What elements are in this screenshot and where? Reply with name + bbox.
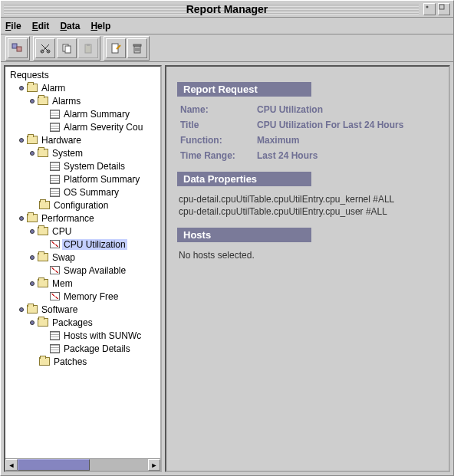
title-label: Title bbox=[180, 120, 257, 130]
tree-folder-system[interactable]: System bbox=[30, 146, 160, 159]
tree-folder-patches[interactable]: Patches bbox=[30, 355, 160, 368]
new-report-icon bbox=[11, 41, 25, 55]
svg-rect-2 bbox=[12, 44, 17, 48]
function-label: Function: bbox=[180, 135, 257, 146]
scrollbar-thumb[interactable] bbox=[18, 459, 90, 471]
svg-rect-7 bbox=[65, 46, 71, 53]
svg-rect-9 bbox=[87, 44, 90, 46]
tree-item-system-details[interactable]: System Details bbox=[41, 159, 160, 172]
minimize-button[interactable] bbox=[423, 3, 436, 15]
content-area: Requests Alarm bbox=[1, 62, 453, 475]
folder-icon bbox=[27, 84, 38, 92]
tree-item-swap-available[interactable]: Swap Available bbox=[41, 264, 160, 277]
tree-item-alarm-severity[interactable]: Alarm Severity Cou bbox=[41, 120, 160, 133]
svg-rect-12 bbox=[133, 44, 141, 46]
tree-folder-hardware[interactable]: Hardware bbox=[19, 133, 160, 146]
function-value: Maximum bbox=[257, 135, 299, 146]
tree-folder-mem[interactable]: Mem bbox=[30, 277, 160, 290]
expand-toggle-icon[interactable] bbox=[30, 281, 35, 286]
menu-edit[interactable]: Edit bbox=[32, 21, 50, 31]
trash-icon bbox=[131, 42, 143, 54]
data-property-item: cpu-detail.cpuUtilTable.cpuUtilEntry.cpu… bbox=[179, 194, 438, 205]
report-icon bbox=[50, 331, 60, 340]
tree-item-alarm-summary[interactable]: Alarm Summary bbox=[41, 107, 160, 120]
folder-icon bbox=[27, 214, 38, 222]
copy-button[interactable] bbox=[57, 38, 77, 58]
tree: Requests Alarm bbox=[5, 67, 160, 458]
svg-point-0 bbox=[426, 5, 429, 8]
tree-folder-configuration[interactable]: Configuration bbox=[30, 199, 160, 212]
report-manager-window: Report Manager File Edit Data Help bbox=[0, 0, 454, 476]
toolbar bbox=[1, 34, 453, 62]
timerange-label: Time Range: bbox=[180, 150, 257, 161]
scroll-right-button[interactable]: ► bbox=[148, 459, 160, 471]
cut-button[interactable] bbox=[35, 38, 55, 58]
timerange-value: Last 24 Hours bbox=[257, 150, 317, 161]
paste-icon bbox=[82, 42, 94, 54]
hosts-header: Hosts bbox=[177, 228, 311, 242]
folder-icon bbox=[27, 136, 38, 144]
chart-icon bbox=[50, 292, 60, 300]
menu-data[interactable]: Data bbox=[60, 21, 80, 31]
scrollbar-track[interactable] bbox=[18, 459, 148, 471]
expand-toggle-icon[interactable] bbox=[19, 307, 24, 312]
tree-root-requests[interactable]: Requests bbox=[8, 68, 160, 81]
expand-toggle-icon[interactable] bbox=[19, 138, 24, 143]
scissors-icon bbox=[39, 42, 51, 54]
expand-toggle-icon[interactable] bbox=[19, 216, 24, 221]
tree-item-platform-summary[interactable]: Platform Summary bbox=[41, 172, 160, 185]
menu-file[interactable]: File bbox=[5, 21, 21, 31]
tree-item-memory-free[interactable]: Memory Free bbox=[41, 290, 160, 303]
titlebar[interactable]: Report Manager bbox=[1, 1, 453, 18]
name-value: CPU Utilization bbox=[257, 104, 323, 115]
tree-folder-performance[interactable]: Performance bbox=[19, 212, 160, 225]
edit-button[interactable] bbox=[106, 38, 126, 58]
report-icon bbox=[50, 175, 60, 184]
svg-rect-1 bbox=[439, 5, 444, 9]
expand-toggle-icon[interactable] bbox=[30, 320, 35, 325]
folder-icon bbox=[39, 201, 50, 209]
tree-folder-alarm[interactable]: Alarm bbox=[19, 81, 160, 94]
tree-panel: Requests Alarm bbox=[4, 65, 162, 472]
tree-horizontal-scrollbar[interactable]: ◄ ► bbox=[5, 458, 160, 471]
delete-button[interactable] bbox=[127, 38, 147, 58]
tree-folder-software[interactable]: Software bbox=[19, 303, 160, 316]
report-icon bbox=[50, 162, 60, 171]
chart-icon bbox=[50, 240, 60, 248]
titlebar-grip[interactable] bbox=[4, 4, 419, 15]
chart-icon bbox=[50, 266, 60, 274]
report-icon bbox=[50, 110, 60, 119]
expand-toggle-icon[interactable] bbox=[30, 151, 35, 156]
tree-item-cpu-utilization[interactable]: CPU Utilization bbox=[41, 238, 160, 251]
report-icon bbox=[50, 344, 60, 353]
hosts-text: No hosts selected. bbox=[179, 250, 438, 261]
data-property-item: cpu-detail.cpuUtilTable.cpuUtilEntry.cpu… bbox=[179, 206, 438, 217]
new-report-button[interactable] bbox=[8, 38, 28, 58]
folder-icon bbox=[38, 149, 48, 157]
edit-icon bbox=[110, 42, 122, 54]
minimize-icon bbox=[424, 4, 430, 10]
menu-help[interactable]: Help bbox=[90, 21, 110, 31]
expand-toggle-icon[interactable] bbox=[30, 99, 35, 103]
tree-folder-cpu[interactable]: CPU bbox=[30, 225, 160, 238]
expand-toggle-icon[interactable] bbox=[30, 229, 35, 234]
tree-item-hosts-sunwc[interactable]: Hosts with SUNWc bbox=[41, 329, 160, 342]
tree-folder-swap[interactable]: Swap bbox=[30, 251, 160, 264]
expand-toggle-icon[interactable] bbox=[19, 86, 24, 90]
scroll-left-button[interactable]: ◄ bbox=[5, 459, 18, 471]
tree-folder-alarms[interactable]: Alarms bbox=[30, 94, 160, 107]
tree-item-package-details[interactable]: Package Details bbox=[41, 342, 160, 355]
report-icon bbox=[50, 188, 60, 197]
maximize-icon bbox=[439, 4, 445, 10]
paste-button bbox=[78, 38, 98, 58]
tree-folder-packages[interactable]: Packages bbox=[30, 316, 160, 329]
folder-icon bbox=[38, 227, 48, 235]
maximize-button[interactable] bbox=[438, 3, 450, 15]
name-label: Name: bbox=[180, 104, 257, 115]
tree-item-os-summary[interactable]: OS Summary bbox=[41, 185, 160, 199]
folder-icon bbox=[39, 357, 50, 366]
folder-icon bbox=[38, 253, 48, 261]
report-request-header: Report Request bbox=[177, 82, 311, 97]
folder-icon bbox=[38, 318, 48, 327]
expand-toggle-icon[interactable] bbox=[30, 255, 35, 260]
